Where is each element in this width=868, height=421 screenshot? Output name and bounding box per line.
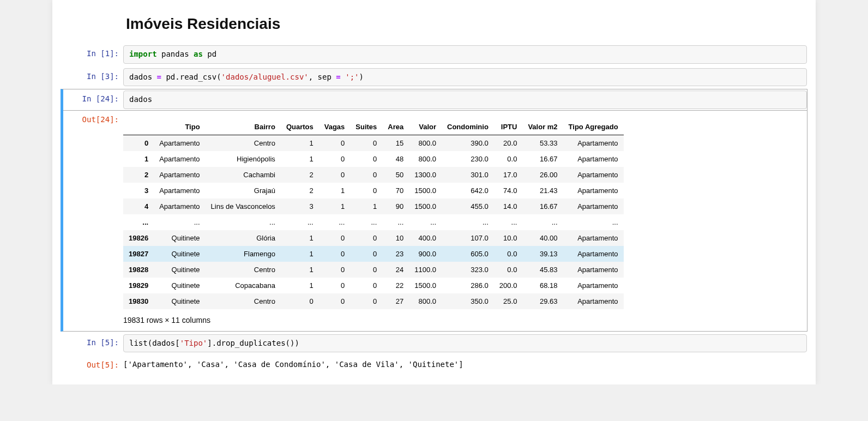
code-input[interactable]: import pandas as pd — [123, 45, 807, 64]
code-text: pd.read_csv( — [161, 73, 221, 81]
cell: 400.0 — [409, 230, 442, 246]
table-row: 19828QuitineteCentro100241100.0323.00.04… — [123, 262, 624, 278]
output-text: ['Apartamento', 'Casa', 'Casa de Condomí… — [123, 357, 807, 369]
cell: 323.0 — [442, 262, 494, 278]
cell: 39.13 — [522, 246, 563, 262]
cell: 800.0 — [409, 293, 442, 309]
cell: 301.0 — [442, 167, 494, 183]
cell: 3 — [281, 199, 319, 214]
table-row: 19826QuitineteGlória10010400.0107.010.04… — [123, 230, 624, 246]
cell: 0 — [319, 246, 351, 262]
column-header: Valor m2 — [522, 119, 563, 135]
cell: 0 — [350, 183, 382, 199]
column-header: IPTU — [494, 119, 523, 135]
cell: 0 — [350, 151, 382, 167]
cell: Apartamento — [563, 135, 624, 151]
cell: Apartamento — [563, 199, 624, 214]
cell: 22 — [382, 278, 409, 293]
input-prompt: In [1]: — [63, 45, 123, 59]
cell: ... — [382, 214, 409, 230]
column-header: Bairro — [206, 119, 281, 135]
row-index: ... — [123, 214, 154, 230]
cell: Apartamento — [154, 199, 205, 214]
cell: 1 — [350, 199, 382, 214]
cell: 48 — [382, 151, 409, 167]
table-row: 19827QuitineteFlamengo10023900.0605.00.0… — [123, 246, 624, 262]
cell: 16.67 — [522, 151, 563, 167]
column-header: Suites — [350, 119, 382, 135]
cell: Apartamento — [563, 293, 624, 309]
cell: 0 — [281, 293, 319, 309]
cell: Apartamento — [563, 167, 624, 183]
cell: 25.0 — [494, 293, 523, 309]
code-input[interactable]: dados — [123, 91, 807, 109]
cell: 23 — [382, 246, 409, 262]
string-literal: 'Tipo' — [180, 339, 208, 347]
kw-import: import — [129, 50, 157, 58]
cell: 390.0 — [442, 135, 494, 151]
row-index: 19826 — [123, 230, 154, 246]
row-index: 2 — [123, 167, 154, 183]
cell: 29.63 — [522, 293, 563, 309]
cell: Centro — [206, 262, 281, 278]
cell: 0 — [350, 262, 382, 278]
table-row: 3ApartamentoGrajaú210701500.0642.074.021… — [123, 183, 624, 199]
cell: Quitinete — [154, 230, 205, 246]
cell: ... — [442, 214, 494, 230]
operator: = — [157, 73, 161, 81]
row-index: 19830 — [123, 293, 154, 309]
cell: 0 — [350, 293, 382, 309]
cell: Quitinete — [154, 293, 205, 309]
row-index: 0 — [123, 135, 154, 151]
cell: 455.0 — [442, 199, 494, 214]
cell: 1 — [281, 135, 319, 151]
markdown-title-cell: Imóveis Residenciais — [61, 0, 807, 43]
code-cell-1[interactable]: In [1]: import pandas as pd — [61, 44, 807, 65]
cell: 800.0 — [409, 135, 442, 151]
page-title: Imóveis Residenciais — [61, 0, 807, 43]
cell: 10.0 — [494, 230, 523, 246]
cell: 1 — [281, 246, 319, 262]
notebook-container: Imóveis Residenciais In [1]: import pand… — [52, 0, 816, 384]
code-input[interactable]: dados = pd.read_csv('dados/aluguel.csv',… — [123, 68, 807, 87]
cell: 0 — [319, 167, 351, 183]
cell: Apartamento — [154, 135, 205, 151]
cell: 642.0 — [442, 183, 494, 199]
cell: 0 — [319, 293, 351, 309]
row-index: 19828 — [123, 262, 154, 278]
row-index: 4 — [123, 199, 154, 214]
table-row: 4ApartamentoLins de Vasconcelos311901500… — [123, 199, 624, 214]
cell: 0 — [319, 278, 351, 293]
cell: ... — [319, 214, 351, 230]
table-row: 2ApartamentoCachambi200501300.0301.017.0… — [123, 167, 624, 183]
dataframe-table: TipoBairroQuartosVagasSuitesAreaValorCon… — [123, 119, 624, 309]
cell: 40.00 — [522, 230, 563, 246]
column-header: Area — [382, 119, 409, 135]
cell: ... — [563, 214, 624, 230]
code-cell-5[interactable]: In [5]: list(dados['Tipo'].drop_duplicat… — [61, 333, 807, 354]
code-cell-24[interactable]: In [24]: dados — [61, 89, 807, 111]
cell: Apartamento — [563, 262, 624, 278]
cell: ... — [409, 214, 442, 230]
cell: ... — [350, 214, 382, 230]
cell: Apartamento — [154, 183, 205, 199]
operator: = — [336, 73, 340, 81]
cell: Glória — [206, 230, 281, 246]
code-cell-3[interactable]: In [3]: dados = pd.read_csv('dados/alugu… — [61, 67, 807, 88]
cell: Apartamento — [563, 151, 624, 167]
cell: Apartamento — [563, 230, 624, 246]
cell: 21.43 — [522, 183, 563, 199]
cell: Centro — [206, 135, 281, 151]
cell: Flamengo — [206, 246, 281, 262]
row-index: 3 — [123, 183, 154, 199]
cell: 1100.0 — [409, 262, 442, 278]
cell: 74.0 — [494, 183, 523, 199]
cell: 1 — [281, 278, 319, 293]
code-input[interactable]: list(dados['Tipo'].drop_duplicates()) — [123, 334, 807, 353]
cell: Higienópolis — [206, 151, 281, 167]
output-cell-5: Out[5]: ['Apartamento', 'Casa', 'Casa de… — [61, 355, 807, 372]
column-header: Valor — [409, 119, 442, 135]
cell: 1 — [281, 230, 319, 246]
input-prompt: In [3]: — [63, 68, 123, 82]
code-text: pd — [203, 50, 216, 58]
